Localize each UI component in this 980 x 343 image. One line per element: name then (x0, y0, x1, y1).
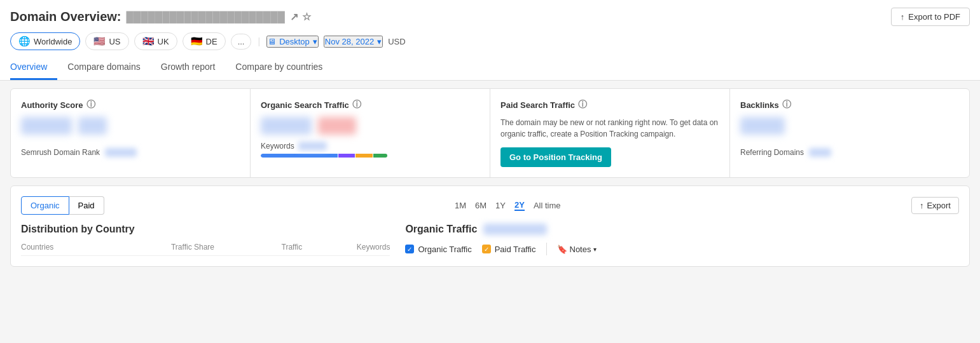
date-label: Nov 28, 2022 (325, 37, 374, 46)
organic-legend-label: Organic Traffic (418, 245, 471, 254)
metric-cards: Authority Score ⓘ Semrush Domain Rank Or… (10, 88, 970, 178)
divider: | (258, 36, 260, 46)
col-countries-header: Countries (21, 243, 127, 252)
organic-traffic-value (261, 117, 480, 137)
export-to-pdf-button[interactable]: ↑ Export to PDF (891, 8, 970, 26)
organic-traffic-title-row: Organic Traffic (405, 224, 959, 235)
time-1m[interactable]: 1M (455, 201, 466, 210)
notes-label: Notes (570, 245, 591, 254)
authority-score-card: Authority Score ⓘ Semrush Domain Rank (11, 89, 251, 177)
col-keywords-header: Keywords (302, 243, 390, 252)
backlinks-label: Backlinks (740, 100, 779, 110)
backlinks-info-icon[interactable]: ⓘ (782, 99, 791, 111)
organic-traffic-value-blurred (483, 224, 547, 235)
bottom-content: Distribution by Country Countries Traffi… (21, 224, 959, 256)
de-flag-icon: 🇩🇪 (191, 36, 203, 47)
de-label: DE (206, 37, 217, 46)
table-header: Countries Traffic Share Traffic Keywords (21, 243, 390, 256)
export-button[interactable]: ↑ Export (911, 197, 959, 214)
star-icon[interactable]: ☆ (302, 11, 311, 23)
organic-search-traffic-label: Organic Search Traffic (261, 100, 349, 110)
authority-score-blurred (21, 117, 72, 135)
col-traffic-header: Traffic (214, 243, 302, 252)
uk-flag-icon: 🇬🇧 (142, 36, 155, 47)
semrush-rank-row: Semrush Domain Rank (21, 148, 240, 157)
referring-domains-row: Referring Domains (740, 148, 959, 157)
tab-compare-by-countries[interactable]: Compare by countries (225, 57, 333, 80)
globe-icon: 🌐 (18, 36, 31, 47)
backlinks-title: Backlinks ⓘ (740, 99, 959, 111)
notes-button[interactable]: 🔖 Notes ▾ (557, 245, 597, 254)
backlinks-value (740, 117, 959, 137)
tab-growth-report[interactable]: Growth report (151, 57, 226, 80)
tab-compare-domains[interactable]: Compare domains (57, 57, 150, 80)
backlinks-blurred (740, 117, 785, 135)
chart-legend: ✓ Organic Traffic ✓ Paid Traffic 🔖 Notes… (405, 243, 959, 255)
time-2y[interactable]: 2Y (514, 200, 525, 211)
export-label-sm: Export (927, 201, 951, 210)
notes-chevron-icon: ▾ (593, 246, 597, 253)
worldwide-filter[interactable]: 🌐 Worldwide (10, 32, 80, 50)
de-filter[interactable]: 🇩🇪 DE (183, 32, 226, 50)
uk-filter[interactable]: 🇬🇧 UK (134, 32, 177, 50)
paid-check-icon[interactable]: ✓ (482, 245, 491, 253)
organic-tab[interactable]: Organic (21, 196, 69, 215)
time-all[interactable]: All time (534, 201, 561, 210)
time-period-buttons: 1M 6M 1Y 2Y All time (455, 200, 561, 211)
bottom-controls: Organic Paid 1M 6M 1Y 2Y All time ↑ Expo… (21, 196, 959, 215)
organic-search-info-icon[interactable]: ⓘ (352, 99, 361, 111)
export-icon: ↑ (920, 201, 924, 210)
organic-search-traffic-card: Organic Search Traffic ⓘ Keywords (251, 89, 490, 177)
date-filter[interactable]: Nov 28, 2022 ▾ (324, 36, 383, 48)
bookmark-icon: 🔖 (557, 245, 567, 254)
keywords-value (298, 142, 327, 151)
paid-search-info-icon[interactable]: ⓘ (578, 99, 587, 111)
paid-legend-label: Paid Traffic (495, 245, 536, 254)
domain-text: ██████████████████████ (127, 11, 285, 23)
tab-overview[interactable]: Overview (10, 57, 57, 80)
organic-traffic-section: Organic Traffic ✓ Organic Traffic ✓ Paid… (405, 224, 959, 256)
organic-search-traffic-title: Organic Search Traffic ⓘ (261, 99, 480, 111)
distribution-title: Distribution by Country (21, 224, 390, 235)
organic-traffic-legend: ✓ Organic Traffic (405, 245, 471, 254)
backlinks-card: Backlinks ⓘ Referring Domains (730, 89, 969, 177)
uk-label: UK (158, 37, 169, 46)
kw-seg-orange (355, 154, 372, 158)
nav-tabs: Overview Compare domains Growth report C… (10, 57, 970, 80)
referring-domains-label: Referring Domains (740, 148, 804, 157)
organic-check-icon[interactable]: ✓ (405, 245, 414, 253)
external-link-icon[interactable]: ↗ (290, 11, 298, 23)
title-row: Domain Overview: ██████████████████████ … (10, 8, 970, 26)
paid-tab[interactable]: Paid (69, 196, 104, 215)
keywords-row: Keywords (261, 142, 480, 158)
col-share-header: Traffic Share (127, 243, 214, 252)
page-title: Domain Overview: ██████████████████████ … (10, 10, 311, 24)
paid-search-message: The domain may be new or not ranking rig… (500, 117, 719, 140)
authority-score-label: Authority Score (21, 100, 83, 110)
title-icons: ↗ ☆ (290, 11, 311, 23)
device-filter[interactable]: 🖥 Desktop ▾ (266, 36, 319, 48)
us-filter[interactable]: 🇺🇸 US (85, 32, 128, 50)
upload-icon: ↑ (901, 12, 905, 22)
desktop-icon: 🖥 (268, 37, 276, 46)
keywords-bar (261, 154, 401, 158)
organic-traffic-blurred-pink (318, 117, 356, 135)
authority-score-blurred-2 (78, 117, 107, 135)
kw-seg-blue (261, 154, 338, 158)
main-content: Authority Score ⓘ Semrush Domain Rank Or… (0, 81, 980, 274)
time-6m[interactable]: 6M (475, 201, 487, 210)
authority-score-info-icon[interactable]: ⓘ (86, 99, 95, 111)
currency-label: USD (388, 37, 405, 46)
paid-search-traffic-label: Paid Search Traffic (500, 100, 575, 110)
go-to-position-tracking-button[interactable]: Go to Position Tracking (500, 147, 611, 167)
kw-seg-green (373, 154, 387, 158)
time-1y[interactable]: 1Y (495, 201, 506, 210)
kw-seg-purple (338, 154, 355, 158)
more-filters-button[interactable]: ... (231, 34, 252, 50)
paid-traffic-legend: ✓ Paid Traffic (482, 245, 536, 254)
bottom-section: Organic Paid 1M 6M 1Y 2Y All time ↑ Expo… (10, 185, 970, 267)
legend-divider (546, 243, 547, 255)
authority-score-title: Authority Score ⓘ (21, 99, 240, 111)
us-flag-icon: 🇺🇸 (93, 36, 106, 47)
chevron-down-icon: ▾ (313, 37, 317, 46)
